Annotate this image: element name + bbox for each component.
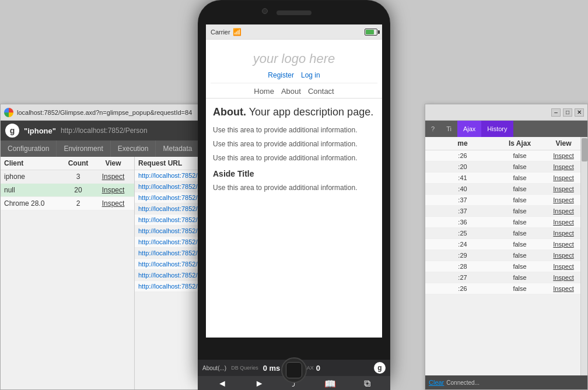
right-bottom-bar: Clear Connected... <box>425 375 587 389</box>
is-ajax: false <box>496 230 543 237</box>
header-url-label: http://localhost:7852/Person <box>61 127 148 135</box>
speaker <box>276 10 312 15</box>
scrollbar-thumb[interactable] <box>582 138 587 161</box>
client-name: Chrome 28.0 <box>4 199 61 208</box>
is-ajax: false <box>496 219 543 226</box>
iphone-screen: Carrier 📶 your logo here Register Log in… <box>206 24 382 338</box>
tab-metadata[interactable]: Metadata <box>156 140 200 157</box>
home-button[interactable] <box>281 357 307 383</box>
table-row: :36 false Inspect <box>425 217 587 228</box>
inspect-link[interactable]: Inspect <box>543 208 584 215</box>
iphone-device: Carrier 📶 your logo here Register Log in… <box>198 0 390 390</box>
time: :40 <box>429 185 496 192</box>
inspect-link[interactable]: Inspect <box>543 174 584 181</box>
inspect-link[interactable]: Inspect <box>96 199 131 208</box>
inspect-link[interactable]: Inspect <box>543 196 584 203</box>
bookmarks-button[interactable]: 📖 <box>320 377 341 391</box>
content-para-1: Use this area to provide additional info… <box>213 125 375 135</box>
inspect-link[interactable]: Inspect <box>543 252 584 259</box>
is-ajax: false <box>496 241 543 248</box>
tab-execution[interactable]: Execution <box>111 140 156 157</box>
home-button-inner <box>286 362 302 378</box>
col-me: me <box>429 139 496 147</box>
inspect-link[interactable]: Inspect <box>543 230 584 237</box>
tabs-bar: Configuration Environment Execution Meta… <box>1 140 227 157</box>
time: :20 <box>429 163 496 170</box>
db-time-value: 0 ms <box>263 364 281 373</box>
battery-fill <box>366 30 374 34</box>
is-ajax: false <box>496 263 543 270</box>
inspect-link[interactable]: Inspect <box>543 219 584 226</box>
table-row: iphone 3 Inspect <box>1 170 134 184</box>
tab-question[interactable]: ? <box>425 121 440 137</box>
db-queries-section: DB Queries <box>231 365 258 371</box>
table-row: :37 false Inspect <box>425 206 587 217</box>
table-row: :25 false Inspect <box>425 228 587 239</box>
chrome-icon <box>4 108 13 117</box>
time: :37 <box>429 196 496 203</box>
maximize-button[interactable]: □ <box>563 108 572 117</box>
nav-links: Home About Contact <box>211 83 377 96</box>
aside-title: Aside Title <box>213 168 375 180</box>
left-browser-panel: localhost:7852/Glimpse.axd?n=glimpse_pop… <box>0 104 228 390</box>
inspect-link[interactable]: Inspect <box>543 285 584 292</box>
inspect-link[interactable]: Inspect <box>96 173 131 181</box>
scrollbar[interactable] <box>580 137 587 375</box>
left-content-area: Client Count View iphone 3 Inspect null … <box>1 157 227 389</box>
inspect-link[interactable]: Inspect <box>543 185 584 192</box>
home-link[interactable]: Home <box>254 87 274 96</box>
time: :24 <box>429 241 496 248</box>
inspect-link[interactable]: Inspect <box>96 186 131 194</box>
db-queries-label: DB Queries <box>231 365 258 371</box>
heading-bold: About. <box>213 106 246 118</box>
tabs-button[interactable]: ⧉ <box>359 377 375 390</box>
clear-button[interactable]: Clear <box>429 379 444 386</box>
client-count: 20 <box>61 186 96 194</box>
tab-ajax[interactable]: Ajax <box>457 121 481 137</box>
table-row: :37 false Inspect <box>425 195 587 206</box>
content-para-2: Use this area to provide additional info… <box>213 139 375 149</box>
is-ajax: false <box>496 174 543 181</box>
time: :26 <box>429 285 496 292</box>
tab-environment[interactable]: Environment <box>57 140 110 157</box>
connected-status: Connected... <box>446 380 480 386</box>
is-ajax: false <box>496 185 543 192</box>
table-row: :29 false Inspect <box>425 250 587 261</box>
inspect-link[interactable]: Inspect <box>543 263 584 270</box>
time: :36 <box>429 219 496 226</box>
col-count: Count <box>61 159 96 167</box>
tab-ti[interactable]: Ti <box>440 121 457 137</box>
content-para-3: Use this area to provide additional info… <box>213 153 375 163</box>
contact-link[interactable]: Contact <box>308 87 334 96</box>
table-row: :41 false Inspect <box>425 173 587 184</box>
client-table: Client Count View iphone 3 Inspect null … <box>1 157 135 389</box>
about-link[interactable]: About <box>281 87 301 96</box>
client-name: iphone <box>4 173 61 181</box>
tab-configuration[interactable]: Configuration <box>1 140 57 157</box>
time: :28 <box>429 263 496 270</box>
login-link[interactable]: Log in <box>301 71 320 79</box>
browser-titlebar: localhost:7852/Glimpse.axd?n=glimpse_pop… <box>1 104 227 121</box>
inspect-link[interactable]: Inspect <box>543 152 584 159</box>
col-is-ajax: Is Ajax <box>496 139 543 147</box>
right-content-header: me Is Ajax View <box>425 137 587 150</box>
table-header: Client Count View <box>1 157 134 170</box>
is-ajax: false <box>496 196 543 203</box>
browser-header-bar: g "iphone" http://localhost:7852/Person <box>1 121 227 140</box>
register-link[interactable]: Register <box>268 71 294 79</box>
tab-history[interactable]: History <box>481 121 513 137</box>
client-name: null <box>4 186 61 194</box>
forward-button[interactable]: ► <box>250 377 269 390</box>
carrier-info: Carrier 📶 <box>211 28 242 36</box>
camera-icon <box>262 8 268 14</box>
inspect-link[interactable]: Inspect <box>543 163 584 170</box>
minimize-button[interactable]: – <box>551 108 561 117</box>
back-button[interactable]: ◄ <box>213 377 232 390</box>
close-button[interactable]: ✕ <box>575 108 584 117</box>
inspect-link[interactable]: Inspect <box>543 241 584 248</box>
status-bar: Carrier 📶 <box>206 24 382 40</box>
inspect-link[interactable]: Inspect <box>543 274 584 281</box>
is-ajax: false <box>496 274 543 281</box>
browser-url: localhost:7852/Glimpse.axd?n=glimpse_pop… <box>17 109 223 116</box>
right-tabs: ? Ti Ajax History <box>425 121 587 137</box>
